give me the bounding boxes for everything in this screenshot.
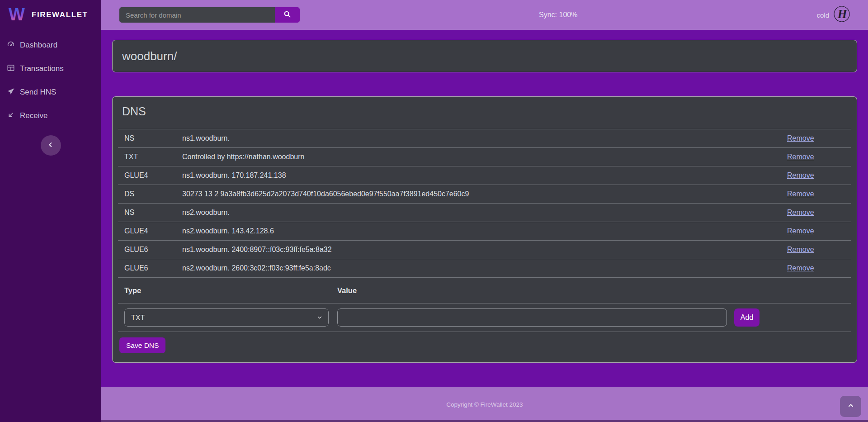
record-value: ns1.woodburn. 2400:8907::f03c:93ff:fe5a:…	[182, 246, 787, 254]
sidebar-item-dashboard[interactable]: Dashboard	[0, 33, 101, 57]
sidebar-item-transactions[interactable]: Transactions	[0, 57, 101, 81]
brand-name: FIREWALLET	[32, 10, 88, 19]
footer: Copyright © FireWallet 2023	[101, 387, 868, 422]
table-row: NS ns1.woodburn. Remove	[118, 129, 851, 147]
record-value: Controlled by https://nathan.woodburn	[182, 153, 787, 161]
type-column-header: Type	[124, 286, 337, 295]
search-button[interactable]	[275, 7, 300, 23]
remove-link[interactable]: Remove	[787, 190, 814, 198]
record-value: ns1.woodburn.	[182, 134, 787, 142]
table-row: TXT Controlled by https://nathan.woodbur…	[118, 147, 851, 166]
sidebar-item-receive[interactable]: Receive	[0, 104, 101, 128]
record-type-select[interactable]: TXT	[124, 308, 329, 327]
svg-text:W: W	[9, 5, 25, 24]
table-row: GLUE6 ns2.woodburn. 2600:3c02::f03c:93ff…	[118, 259, 851, 277]
remove-link[interactable]: Remove	[787, 227, 814, 235]
dns-form-header: Type Value	[118, 277, 851, 303]
remove-link[interactable]: Remove	[787, 264, 814, 272]
page-content: woodburn/ DNS NS ns1.woodburn. Remove TX…	[101, 30, 868, 387]
sync-status: Sync: 100%	[539, 11, 577, 19]
save-dns-button[interactable]: Save DNS	[119, 337, 165, 353]
table-row: DS 30273 13 2 9a3a8fb3d625d2a2073d740f10…	[118, 185, 851, 203]
scroll-to-top-button[interactable]	[840, 396, 861, 417]
table-icon	[7, 64, 15, 74]
record-value-input[interactable]	[337, 308, 727, 327]
send-icon	[7, 87, 15, 98]
record-value: ns2.woodburn. 143.42.128.6	[182, 227, 787, 235]
record-type: GLUE6	[124, 246, 182, 254]
sidebar-item-label: Receive	[20, 111, 47, 120]
table-row: NS ns2.woodburn. Remove	[118, 203, 851, 222]
record-type: NS	[124, 209, 182, 217]
dns-add-record-form: TXT Add	[118, 303, 851, 332]
domain-title-card: woodburn/	[112, 40, 857, 72]
sidebar-collapse-button[interactable]	[41, 135, 61, 156]
table-row: GLUE4 ns2.woodburn. 143.42.128.6 Remove	[118, 222, 851, 240]
sidebar-item-label: Transactions	[20, 64, 64, 73]
record-type: GLUE4	[124, 227, 182, 235]
topbar: Sync: 100% cold H	[101, 0, 868, 30]
chevron-up-icon	[847, 402, 854, 411]
sidebar-nav: Dashboard Transactions Send HNS	[0, 33, 101, 128]
search-icon	[283, 10, 291, 19]
dns-section-title: DNS	[113, 97, 857, 129]
record-value: ns2.woodburn.	[182, 209, 787, 217]
remove-link[interactable]: Remove	[787, 134, 814, 142]
value-column-header: Value	[337, 286, 845, 295]
remove-link[interactable]: Remove	[787, 246, 814, 253]
record-value: ns2.woodburn. 2600:3c02::f03c:93ff:fe5a:…	[182, 264, 787, 272]
firewallet-logo-icon: W	[6, 5, 27, 25]
sidebar: W FIREWALLET Dashboard Transactions	[0, 0, 101, 422]
copyright-text: Copyright © FireWallet 2023	[446, 401, 523, 408]
add-record-button[interactable]: Add	[734, 308, 760, 327]
table-row: GLUE4 ns1.woodburn. 170.187.241.138 Remo…	[118, 166, 851, 185]
wallet-selector[interactable]: cold H	[816, 5, 850, 24]
remove-link[interactable]: Remove	[787, 171, 814, 179]
chevron-left-icon	[47, 141, 54, 150]
sidebar-item-send-hns[interactable]: Send HNS	[0, 81, 101, 104]
remove-link[interactable]: Remove	[787, 153, 814, 161]
brand[interactable]: W FIREWALLET	[0, 0, 101, 30]
record-type: GLUE6	[124, 264, 182, 272]
svg-text:H: H	[837, 7, 847, 21]
record-type: NS	[124, 134, 182, 142]
dns-records-table: NS ns1.woodburn. Remove TXT Controlled b…	[118, 129, 851, 277]
page-title: woodburn/	[122, 49, 177, 63]
dns-card: DNS NS ns1.woodburn. Remove TXT Controll…	[112, 96, 857, 363]
remove-link[interactable]: Remove	[787, 209, 814, 216]
record-value: ns1.woodburn. 170.187.241.138	[182, 171, 787, 180]
sidebar-item-label: Dashboard	[20, 41, 57, 50]
record-type: GLUE4	[124, 171, 182, 180]
sidebar-item-label: Send HNS	[20, 88, 56, 97]
record-value: 30273 13 2 9a3a8fb3d625d2a2073d740f10da6…	[182, 190, 787, 198]
arrow-down-left-icon	[7, 111, 15, 121]
gauge-icon	[7, 40, 15, 51]
record-type: TXT	[124, 153, 182, 161]
search-input[interactable]	[119, 7, 275, 23]
domain-search	[119, 7, 300, 23]
record-type: DS	[124, 190, 182, 198]
main-area: Sync: 100% cold H woodburn/ DNS NS ns1.w…	[101, 0, 868, 422]
table-row: GLUE6 ns1.woodburn. 2400:8907::f03c:93ff…	[118, 240, 851, 259]
wallet-name: cold	[816, 11, 829, 19]
handshake-logo-icon: H	[833, 5, 850, 24]
